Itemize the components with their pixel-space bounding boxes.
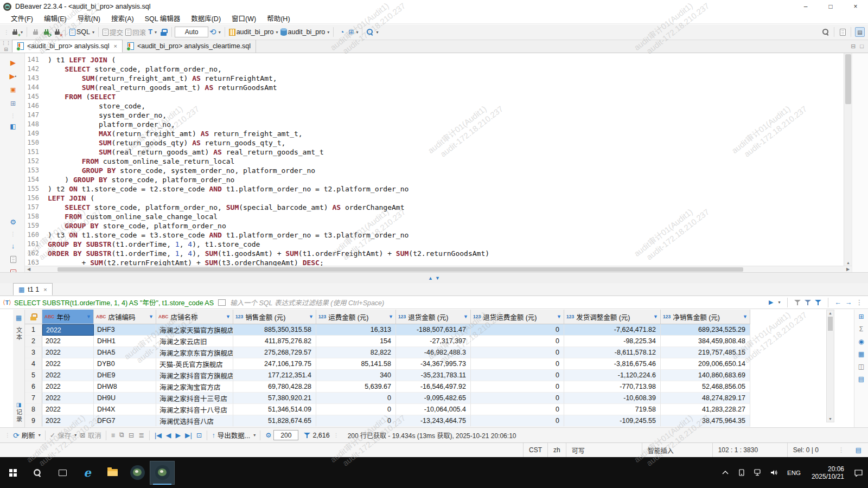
grid-cell[interactable]: 689,234,525.29 <box>661 324 750 336</box>
restore-icon[interactable]: ⊟ <box>4 47 8 52</box>
grid-cell[interactable]: -188,507,631.47 <box>396 324 471 336</box>
grid-cell[interactable]: 885,350,315.58 <box>233 324 316 336</box>
grid-cell[interactable]: 海澜之家抖音十三号店 <box>156 393 233 404</box>
grid-cell[interactable]: 0 <box>471 324 564 336</box>
editor-horizontal-scrollbar[interactable]: ◀ ▶ <box>25 266 852 272</box>
grid-cell[interactable]: 52,468,856.05 <box>661 381 750 393</box>
start-button[interactable] <box>0 461 25 485</box>
grid-cell[interactable]: 0 <box>471 393 564 404</box>
grid-cell[interactable]: 51,828,674.65 <box>233 415 316 427</box>
grid-panel-icon[interactable]: ▦ <box>858 350 864 358</box>
column-filter-arrow-icon[interactable]: ▼ <box>86 314 91 319</box>
results-tab[interactable]: ▦ t1 1 × <box>13 283 53 296</box>
row-number-cell[interactable]: 6 <box>25 381 42 393</box>
grid-cell[interactable]: 51,346,514.09 <box>233 404 316 415</box>
grid-cell[interactable]: 85,141.58 <box>316 358 396 370</box>
next-row-icon[interactable]: ▶ <box>173 431 183 439</box>
column-filter-arrow-icon[interactable]: ▼ <box>226 314 231 319</box>
result-grid[interactable]: ABC年份▼ABC店铺编码▼ABC店铺名称▼123销售金额 (元)▼123运费金… <box>25 310 750 427</box>
grid-cell[interactable]: -35,231,783.11 <box>396 370 471 381</box>
collapse-down-icon[interactable]: ▼ <box>435 275 440 281</box>
column-filter-arrow-icon[interactable]: ▼ <box>557 314 561 319</box>
menu-item-7[interactable]: 窗口(W) <box>226 13 261 24</box>
grid-cell[interactable]: 海澜之家淘宝官方店 <box>156 381 233 393</box>
column-header-3[interactable]: ABC店铺名称▼ <box>156 310 233 324</box>
execute-new-tab-button[interactable]: ▣ <box>8 85 18 94</box>
execute-script-button[interactable]: ▶▪ <box>8 71 18 81</box>
column-header-4[interactable]: 123销售金额 (元)▼ <box>233 310 316 324</box>
row-number-cell[interactable]: 3 <box>25 347 42 358</box>
save-filter-icon[interactable] <box>815 299 821 306</box>
execute-statement-button[interactable]: ▶ <box>8 57 18 67</box>
task-view-button[interactable] <box>50 461 75 485</box>
scroll-down-arrow[interactable]: ▼ <box>827 416 834 422</box>
transaction-mode-button[interactable]: T ▾ <box>147 26 158 38</box>
goto-row-icon[interactable]: ⊡ <box>194 431 204 439</box>
connect-button[interactable] <box>30 26 41 38</box>
database-selector[interactable]: audit_bi_pro ▾ <box>228 26 279 38</box>
grid-cell[interactable]: -7,624,471.82 <box>564 324 661 336</box>
grid-cell[interactable]: -1,120,224.6 <box>564 370 661 381</box>
chevron-down-icon[interactable]: ▾ <box>219 30 221 35</box>
grid-cell[interactable]: 海澜之家京东官方旗舰店 <box>156 347 233 358</box>
text-view-tab[interactable]: 文本 <box>15 327 23 341</box>
grid-cell[interactable]: 384,459,808.48 <box>661 336 750 347</box>
scroll-up-arrow[interactable]: ▲ <box>844 260 852 266</box>
grid-cell[interactable]: 209,006,650.14 <box>661 358 750 370</box>
grid-cell[interactable]: 719.58 <box>564 404 661 415</box>
taskbar-search-button[interactable] <box>25 461 50 485</box>
column-header-1[interactable]: ABC年份▼ <box>42 310 94 324</box>
grid-cell[interactable]: 340 <box>316 370 396 381</box>
table-row[interactable]: 72022DH9U海澜之家抖音十三号店57,380,920.210-9,095,… <box>25 393 750 404</box>
grid-cell[interactable]: -10,064,005.4 <box>396 404 471 415</box>
record-mode-tab[interactable]: 记录 <box>15 409 23 423</box>
settings-gear-button[interactable]: ⚙ <box>8 217 18 227</box>
add-row-icon[interactable]: ≡ <box>109 432 117 439</box>
editor-tab-1[interactable]: <audit_bi_pro> analysis.sql× <box>12 40 123 53</box>
grid-cell[interactable]: 38,475,964.35 <box>661 415 750 427</box>
record-mode-icon[interactable]: ◨ <box>16 402 21 408</box>
calc-panel-icon[interactable]: ◉ <box>858 338 864 345</box>
row-number-cell[interactable]: 9 <box>25 415 42 427</box>
app-taskbar-button-1[interactable] <box>125 461 150 485</box>
menu-item-8[interactable]: 帮助(H) <box>261 13 295 24</box>
grid-cell[interactable]: 2022 <box>42 358 94 370</box>
grid-cell[interactable]: 219,757,485.15 <box>661 347 750 358</box>
dashboard-button[interactable]: ◔ <box>336 26 347 38</box>
menu-item-3[interactable]: 导航(N) <box>72 13 106 24</box>
grid-cell[interactable]: 0 <box>471 381 564 393</box>
table-row[interactable]: 82022DH4X海澜之家抖音十八号店51,346,514.090-10,064… <box>25 404 750 415</box>
expand-query-icon[interactable] <box>218 299 226 306</box>
last-row-icon[interactable]: ▶| <box>183 431 194 439</box>
sql-editor-button[interactable]: SQL ▾ <box>68 26 95 38</box>
transaction-lock-button[interactable] <box>158 26 169 38</box>
chevron-down-icon[interactable]: ▾ <box>92 30 94 35</box>
grid-cell[interactable]: 0 <box>471 404 564 415</box>
column-header-6[interactable]: 123退货金额 (元)▼ <box>396 310 471 324</box>
chevron-down-icon[interactable]: ▾ <box>778 300 780 305</box>
column-header-8[interactable]: 123发货调整金额 (元)▼ <box>564 310 661 324</box>
minimize-button[interactable]: – <box>793 0 818 13</box>
grid-cell[interactable]: 0 <box>471 370 564 381</box>
hardware-tray-icon[interactable] <box>735 465 748 481</box>
volume-tray-icon[interactable] <box>768 465 781 481</box>
commit-button[interactable]: 提交 <box>101 26 124 38</box>
metadata-panel-icon[interactable]: ▤ <box>858 375 864 383</box>
apply-filter-button[interactable]: ▶ <box>769 299 773 306</box>
grid-cell[interactable]: DHA5 <box>94 347 156 358</box>
column-filter-arrow-icon[interactable]: ▼ <box>743 314 748 319</box>
grid-cell[interactable]: 82,822 <box>316 347 396 358</box>
language-indicator[interactable]: ENG <box>784 470 804 476</box>
close-button[interactable]: × <box>843 0 868 13</box>
action-center-icon[interactable] <box>852 465 865 481</box>
fetch-size-input[interactable]: 200 <box>273 430 298 440</box>
chevron-down-icon[interactable]: ▾ <box>39 433 41 438</box>
maximize-button[interactable]: □ <box>818 0 843 13</box>
cancel-button[interactable]: ⊠ 取消 <box>78 430 103 440</box>
table-row[interactable]: 92022DFG7海澜优选抖音八店51,828,674.650-13,243,4… <box>25 415 750 427</box>
chevron-down-icon[interactable]: ▾ <box>253 433 256 438</box>
chevron-down-icon[interactable]: ▾ <box>155 30 157 35</box>
value-viewer-panel-icon[interactable]: ⊞ <box>858 313 864 320</box>
grid-cell[interactable]: 0 <box>471 336 564 347</box>
editor-tab-2[interactable]: <audit_bi_pro> analysis_cleartime.sql <box>123 40 256 53</box>
